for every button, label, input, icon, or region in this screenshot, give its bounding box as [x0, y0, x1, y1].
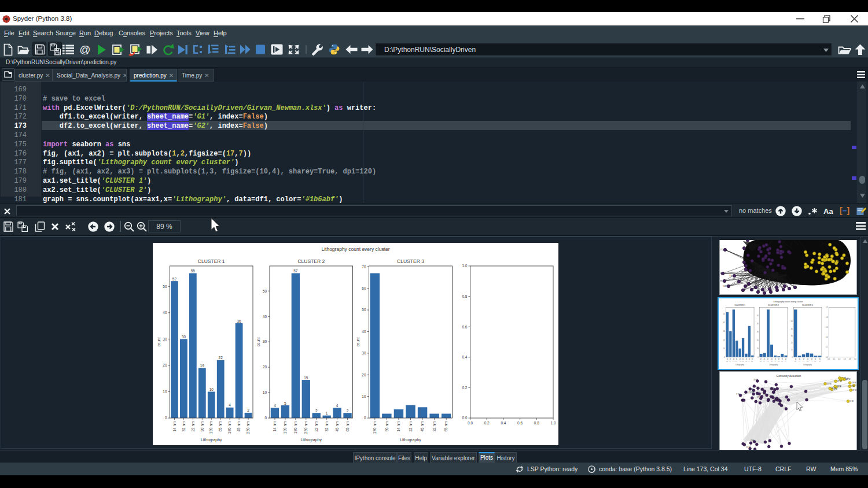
svg-text:5 nm: 5 nm — [742, 358, 744, 362]
svg-text:21 W: 21 W — [837, 380, 841, 382]
svg-text:CLUSTER 3: CLUSTER 3 — [802, 304, 813, 306]
svg-text:10: 10 — [723, 347, 725, 350]
svg-text:18 W: 18 W — [753, 379, 757, 381]
svg-text:20: 20 — [723, 339, 725, 341]
svg-text:5 W: 5 W — [855, 385, 858, 387]
svg-text:4 nm: 4 nm — [774, 358, 777, 362]
svg-text:23 W: 23 W — [832, 387, 836, 390]
svg-text:6 nm: 6 nm — [745, 358, 748, 362]
svg-text:0.6: 0.6 — [844, 358, 846, 360]
svg-text:40: 40 — [723, 321, 725, 324]
svg-text:2 nm: 2 nm — [803, 358, 805, 362]
svg-text:6 nm: 6 nm — [781, 358, 784, 362]
svg-text:6 nm: 6 nm — [819, 358, 821, 362]
svg-text:15 W: 15 W — [844, 378, 848, 380]
svg-text:Lithography count every cluste: Lithography count every cluster — [774, 301, 804, 303]
svg-text:40: 40 — [757, 323, 759, 325]
svg-text:0.8: 0.8 — [849, 358, 851, 360]
svg-text:5 nm: 5 nm — [778, 358, 780, 362]
svg-text:3 nm: 3 nm — [807, 358, 809, 362]
svg-text:3 nm: 3 nm — [735, 358, 738, 362]
svg-text:30: 30 — [791, 335, 793, 337]
svg-text:130: 130 — [720, 272, 721, 275]
svg-text:25 W: 25 W — [827, 383, 831, 385]
svg-text:2 nm: 2 nm — [767, 358, 769, 362]
svg-text:40: 40 — [791, 328, 793, 330]
svg-text:50: 50 — [757, 315, 759, 317]
svg-text:20: 20 — [791, 342, 793, 344]
svg-text:130: 130 — [729, 275, 733, 277]
svg-text:0: 0 — [724, 356, 725, 358]
svg-text:0 nm: 0 nm — [760, 358, 762, 362]
svg-text:@: @ — [79, 43, 90, 56]
svg-text:10: 10 — [791, 349, 793, 351]
svg-text:50: 50 — [791, 320, 793, 323]
svg-text:0.4: 0.4 — [826, 336, 828, 338]
svg-text:138: 138 — [723, 285, 727, 287]
svg-text:0.0: 0.0 — [827, 358, 830, 360]
svg-text:8 nm: 8 nm — [751, 358, 753, 362]
svg-text:1.0: 1.0 — [826, 306, 828, 308]
svg-text:Comunity detection: Comunity detection — [777, 374, 801, 378]
svg-text:195: 195 — [720, 280, 723, 282]
svg-text:3 nm: 3 nm — [771, 358, 773, 362]
svg-text:1 nm: 1 nm — [729, 358, 731, 362]
svg-text:0.2: 0.2 — [833, 358, 835, 360]
svg-text:7 W: 7 W — [736, 393, 740, 395]
svg-text:4 nm: 4 nm — [739, 358, 741, 362]
svg-text:CLUSTER 2: CLUSTER 2 — [768, 304, 779, 306]
svg-text:4 nm: 4 nm — [811, 358, 813, 362]
svg-text:24 W: 24 W — [844, 257, 849, 260]
svg-text:3 W: 3 W — [835, 260, 839, 263]
svg-text:1.0: 1.0 — [854, 358, 856, 360]
svg-text:29 W: 29 W — [775, 398, 779, 400]
svg-text:28 W: 28 W — [852, 382, 856, 384]
svg-text:Lithography: Lithography — [735, 364, 744, 366]
svg-text:1 nm: 1 nm — [763, 358, 766, 362]
svg-text:20: 20 — [757, 339, 759, 342]
svg-text:0.4: 0.4 — [838, 358, 841, 360]
svg-text:Lithography: Lithography — [769, 364, 778, 366]
svg-text:30: 30 — [723, 330, 725, 332]
svg-text:0.8: 0.8 — [826, 316, 828, 319]
svg-text:0 nm: 0 nm — [726, 358, 729, 362]
svg-text:Lithography: Lithography — [803, 364, 812, 366]
svg-text:30: 30 — [757, 331, 759, 333]
svg-text:0.2: 0.2 — [826, 346, 828, 348]
svg-text:0: 0 — [792, 356, 793, 358]
svg-text:29 W: 29 W — [852, 389, 856, 391]
svg-text:0.6: 0.6 — [826, 326, 828, 328]
svg-text:27 W: 27 W — [746, 446, 750, 449]
svg-text:7 nm: 7 nm — [785, 358, 787, 362]
svg-text:CLUSTER 1: CLUSTER 1 — [734, 304, 745, 306]
svg-text:0 nm: 0 nm — [795, 358, 797, 362]
svg-text:2 W: 2 W — [751, 439, 754, 442]
svg-text:3 W: 3 W — [851, 385, 855, 387]
svg-text:9 W: 9 W — [763, 393, 766, 395]
svg-text:8 W: 8 W — [771, 387, 774, 390]
svg-text:2 nm: 2 nm — [733, 358, 735, 362]
svg-text:1 nm: 1 nm — [799, 358, 801, 362]
svg-text:5 nm: 5 nm — [814, 358, 816, 362]
svg-text:27 W: 27 W — [837, 385, 841, 387]
svg-text:50: 50 — [723, 313, 725, 315]
svg-text:6 W: 6 W — [749, 388, 753, 390]
svg-text:172: 172 — [720, 249, 723, 251]
svg-text:5 W: 5 W — [850, 400, 854, 402]
svg-text:0: 0 — [757, 356, 759, 358]
svg-text:10: 10 — [757, 347, 759, 350]
svg-text:7 nm: 7 nm — [748, 358, 751, 362]
